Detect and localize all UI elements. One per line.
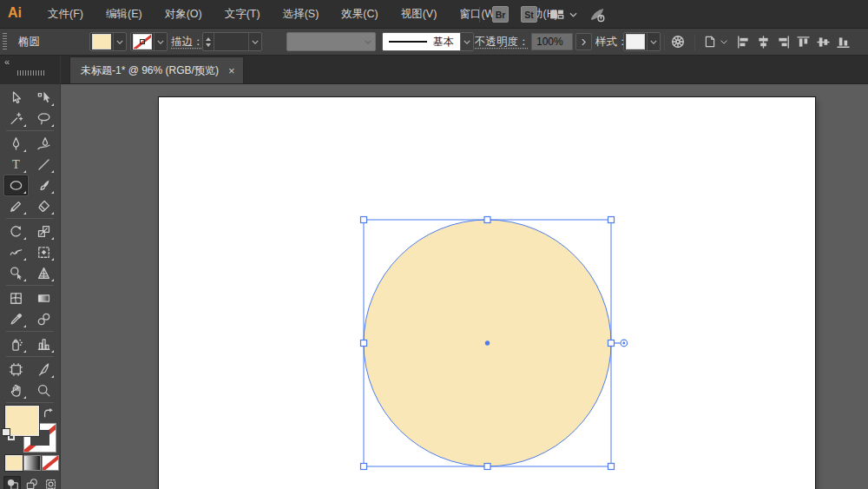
workspace-switcher[interactable] xyxy=(549,7,577,22)
align-bottom-button[interactable] xyxy=(836,35,851,50)
control-bar-grip[interactable] xyxy=(3,33,7,51)
collapse-panel-button[interactable]: « xyxy=(4,56,10,68)
blend-tool[interactable] xyxy=(32,309,56,329)
fill-swatch[interactable] xyxy=(93,35,110,49)
paint-none-button[interactable] xyxy=(43,456,58,470)
paint-gradient-button[interactable] xyxy=(24,456,40,470)
flyout-indicator xyxy=(23,149,26,152)
fill-chevron-icon[interactable] xyxy=(113,33,126,50)
menu-item-1[interactable]: 文件(F) xyxy=(36,0,95,29)
align-horizontal-center-button[interactable] xyxy=(756,35,771,50)
symbol-sprayer-tool[interactable] xyxy=(4,334,28,354)
stroke-style-chevron-icon[interactable] xyxy=(460,33,473,50)
align-top-button[interactable] xyxy=(796,35,811,50)
hand-tool[interactable] xyxy=(4,380,28,400)
fill-color-combo[interactable] xyxy=(89,32,127,51)
stroke-weight-label[interactable]: 描边： xyxy=(171,29,204,56)
tab-close-icon[interactable]: × xyxy=(228,65,235,76)
artboard-tool[interactable] xyxy=(4,360,28,380)
stroke-none-swatch[interactable] xyxy=(134,35,151,49)
line-segment-tool[interactable] xyxy=(32,155,56,175)
rotate-tool[interactable] xyxy=(4,221,28,241)
ellipse-tool[interactable] xyxy=(4,175,28,195)
menu-item-4[interactable]: 文字(T) xyxy=(214,0,272,29)
swap-fill-stroke-icon[interactable] xyxy=(43,406,55,421)
style-chevron-icon[interactable] xyxy=(647,33,660,50)
direct-selection-tool[interactable] xyxy=(32,88,56,108)
align-vertical-center-button[interactable] xyxy=(816,35,831,50)
stroke-weight-stepper[interactable] xyxy=(203,33,214,50)
document-tab-bar: 未标题-1* @ 96% (RGB/预览) × xyxy=(61,56,868,84)
opacity-more-button[interactable] xyxy=(575,33,592,50)
bounding-box-handle[interactable] xyxy=(484,217,490,223)
stroke-chevron-icon[interactable] xyxy=(154,33,167,50)
shape-center-point[interactable] xyxy=(485,340,490,345)
panel-grip[interactable] xyxy=(17,70,44,76)
opacity-field[interactable]: 100% xyxy=(531,33,573,50)
draw-inside-mode[interactable] xyxy=(42,476,59,489)
stroke-color-combo[interactable] xyxy=(130,32,168,51)
align-left-button[interactable] xyxy=(736,35,751,50)
magic-wand-tool[interactable] xyxy=(4,109,28,129)
menu-item-5[interactable]: 选择(S) xyxy=(272,0,331,29)
free-transform-tool[interactable] xyxy=(32,242,56,262)
tool-row xyxy=(0,287,60,308)
stroke-style-combo[interactable]: 基本 xyxy=(382,32,474,51)
flyout-indicator xyxy=(51,191,54,194)
pen-tool[interactable] xyxy=(4,134,28,154)
tool-row xyxy=(0,380,60,400)
bounding-box-handle[interactable] xyxy=(608,464,615,470)
document-tab[interactable]: 未标题-1* @ 96% (RGB/预览) × xyxy=(69,56,244,83)
opacity-label[interactable]: 不透明度： xyxy=(475,29,529,56)
bounding-box-handle[interactable] xyxy=(608,340,615,347)
draw-normal-mode[interactable] xyxy=(3,476,21,489)
bounding-box-handle[interactable] xyxy=(361,464,367,470)
flyout-indicator xyxy=(51,350,54,353)
eraser-tool[interactable] xyxy=(32,196,56,216)
style-swatch[interactable] xyxy=(627,35,644,49)
paint-color-button[interactable] xyxy=(6,456,22,470)
bounding-box-handle[interactable] xyxy=(361,340,367,347)
column-graph-tool[interactable] xyxy=(32,334,56,354)
default-fill-stroke-icon[interactable] xyxy=(3,429,15,440)
menu-item-2[interactable]: 编辑(E) xyxy=(95,0,154,29)
bounding-box-handle[interactable] xyxy=(608,217,615,223)
shape-builder-tool[interactable] xyxy=(4,263,28,283)
gradient-tool[interactable] xyxy=(32,288,56,308)
tool-group-divider xyxy=(6,331,54,332)
draw-behind-mode[interactable] xyxy=(23,476,40,489)
shaper-tool[interactable] xyxy=(4,196,28,216)
flyout-indicator xyxy=(51,170,54,173)
bounding-box-handle[interactable] xyxy=(361,217,367,223)
recolor-artwork-icon[interactable] xyxy=(670,34,686,53)
align-right-button[interactable] xyxy=(776,35,791,50)
control-separator xyxy=(664,35,665,50)
paintbrush-tool[interactable] xyxy=(32,175,56,195)
flyout-indicator xyxy=(51,103,54,106)
stock-button[interactable]: St xyxy=(521,6,537,23)
menu-item-6[interactable]: 效果(C) xyxy=(330,0,389,29)
stroke-weight-field[interactable] xyxy=(214,33,248,50)
selection-tool[interactable] xyxy=(4,88,28,108)
stroke-weight-chevron-icon[interactable] xyxy=(248,33,261,50)
style-combo[interactable] xyxy=(623,32,661,51)
lasso-tool[interactable] xyxy=(32,109,56,129)
scale-tool[interactable] xyxy=(32,221,56,241)
curvature-tool[interactable] xyxy=(32,134,56,154)
width-tool[interactable] xyxy=(4,242,28,262)
shape-properties-dropdown[interactable] xyxy=(703,35,727,49)
eyedropper-tool[interactable] xyxy=(4,309,28,329)
canvas[interactable] xyxy=(61,84,868,489)
type-tool[interactable]: T xyxy=(4,155,28,175)
stroke-weight-combo[interactable] xyxy=(202,32,262,51)
bridge-button[interactable]: Br xyxy=(492,6,509,23)
gpu-performance-icon[interactable] xyxy=(589,7,605,23)
zoom-tool[interactable] xyxy=(32,380,56,400)
menu-item-7[interactable]: 视图(V) xyxy=(390,0,449,29)
mesh-tool[interactable] xyxy=(4,288,28,308)
menu-item-3[interactable]: 对象(O) xyxy=(154,0,214,29)
perspective-grid-tool[interactable] xyxy=(32,263,56,283)
slice-tool[interactable] xyxy=(32,360,56,380)
workspace-icon xyxy=(549,7,564,22)
bounding-box-handle[interactable] xyxy=(484,464,490,470)
